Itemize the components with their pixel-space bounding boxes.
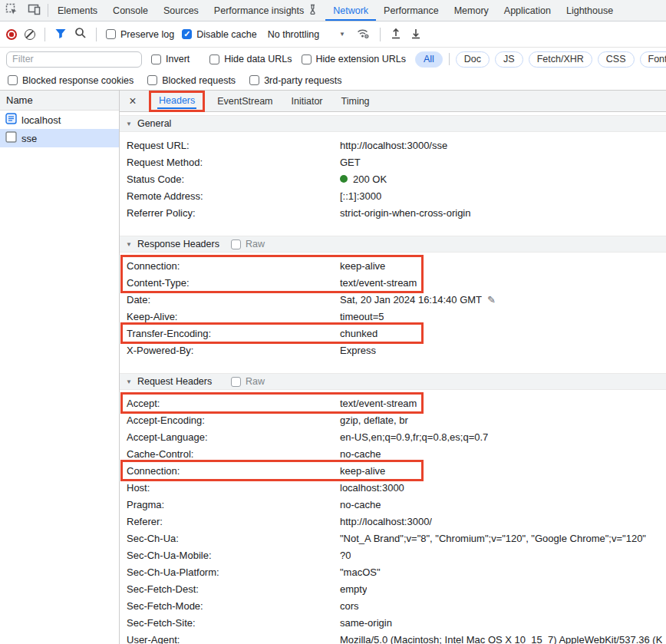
divider	[449, 53, 450, 65]
upload-icon	[390, 31, 402, 42]
header-name: Request URL:	[127, 140, 340, 151]
details-tabbar: × Headers EventStream Initiator Timing	[120, 91, 666, 112]
chip-font[interactable]: Font	[640, 51, 666, 68]
header-name: X-Powered-By:	[127, 345, 340, 356]
tab-lighthouse[interactable]: Lighthouse	[559, 0, 621, 21]
name-column-label: Name	[6, 94, 33, 106]
raw-label: Raw	[246, 239, 265, 249]
request-row-localhost[interactable]: localhost	[0, 111, 119, 129]
chip-js[interactable]: JS	[495, 51, 523, 68]
inspect-element-button[interactable]	[0, 0, 23, 21]
header-value: Mozilla/5.0 (Macintosh; Intel Mac OS X 1…	[340, 634, 662, 644]
header-value: GET	[340, 157, 361, 168]
chevron-down-icon: ▼	[126, 241, 132, 248]
header-name: Keep-Alive:	[127, 311, 340, 322]
blocked-response-cookies-checkbox[interactable]: Blocked response cookies	[8, 75, 134, 86]
header-row: Connection:keep-alive	[120, 257, 666, 274]
response-headers-section-header[interactable]: ▼ Response Headers Raw	[120, 236, 666, 253]
tab-eventstream[interactable]: EventStream	[208, 96, 282, 107]
header-value: no-cache	[340, 499, 381, 510]
header-value: localhost:3000	[340, 482, 404, 494]
header-value: en-US,en;q=0.9,fr;q=0.8,es;q=0.7	[340, 431, 488, 443]
search-icon	[74, 31, 87, 41]
tab-memory[interactable]: Memory	[447, 0, 496, 21]
third-party-requests-checkbox[interactable]: 3rd-party requests	[249, 75, 341, 86]
header-name: Cache-Control:	[127, 448, 340, 460]
throttling-select[interactable]: No throttling ▼	[265, 28, 348, 41]
close-icon: ×	[129, 94, 136, 107]
header-name: Status Code:	[127, 173, 340, 185]
hide-extension-urls-label: Hide extension URLs	[316, 54, 406, 64]
tab-console[interactable]: Console	[105, 0, 156, 21]
header-name: Sec-Ch-Ua:	[127, 533, 340, 544]
filter-toggle-button[interactable]	[54, 28, 67, 41]
request-raw-checkbox[interactable]: Raw	[231, 376, 265, 387]
tab-application[interactable]: Application	[496, 0, 559, 21]
record-button[interactable]	[6, 29, 17, 40]
network-conditions-button[interactable]	[356, 27, 371, 41]
wifi-gear-icon	[356, 31, 371, 41]
search-button[interactable]	[74, 27, 87, 41]
invert-label: Invert	[166, 54, 190, 64]
status-ok-icon	[340, 175, 348, 183]
header-name: Transfer-Encoding:	[127, 328, 340, 339]
header-value: same-origin	[340, 617, 392, 629]
divider	[96, 28, 97, 41]
general-section-header[interactable]: ▼ General	[120, 115, 666, 132]
tab-elements[interactable]: Elements	[50, 0, 105, 21]
clear-requests-button[interactable]	[25, 29, 35, 40]
close-button[interactable]: ×	[120, 94, 146, 108]
blocked-requests-checkbox[interactable]: Blocked requests	[147, 75, 236, 86]
invert-checkbox[interactable]: Invert	[151, 54, 190, 64]
header-name: Sec-Fetch-Mode:	[127, 600, 340, 612]
header-name: Sec-Fetch-Dest:	[127, 583, 340, 595]
chip-css[interactable]: CSS	[598, 51, 635, 68]
tab-network[interactable]: Network	[325, 0, 376, 21]
disable-cache-checkbox[interactable]: Disable cache	[182, 29, 257, 40]
tab-sources[interactable]: Sources	[156, 0, 206, 21]
name-column-header[interactable]: Name	[0, 91, 119, 111]
header-name: Remote Address:	[127, 190, 340, 202]
header-row: Sec-Fetch-Site:same-origin	[120, 614, 666, 631]
hide-data-urls-checkbox[interactable]: Hide data URLs	[209, 54, 292, 64]
header-name: Content-Type:	[127, 277, 340, 289]
header-row: Request URL:http://localhost:3000/sse	[120, 137, 666, 154]
hide-extension-urls-checkbox[interactable]: Hide extension URLs	[302, 54, 406, 64]
tab-headers[interactable]: Headers	[157, 93, 196, 109]
request-headers-title: Request Headers	[137, 376, 212, 387]
header-row: Remote Address:[::1]:3000	[120, 187, 666, 204]
header-row: Accept-Encoding:gzip, deflate, br	[120, 411, 666, 428]
tab-performance-insights[interactable]: Performance insights	[206, 0, 325, 21]
header-row: Connection:keep-alive	[120, 462, 666, 479]
chip-fetch-xhr[interactable]: Fetch/XHR	[529, 51, 592, 68]
export-har-button[interactable]	[410, 27, 422, 42]
tab-initiator[interactable]: Initiator	[282, 96, 332, 107]
header-row: Date:Sat, 20 Jan 2024 16:14:40 GMT✎	[120, 291, 666, 308]
chip-all[interactable]: All	[415, 51, 443, 68]
request-row-sse[interactable]: sse	[0, 129, 119, 147]
tab-performance[interactable]: Performance	[376, 0, 447, 21]
chip-doc[interactable]: Doc	[456, 51, 490, 68]
response-raw-checkbox[interactable]: Raw	[231, 239, 265, 249]
checkbox-icon	[231, 377, 241, 387]
device-toolbar-icon	[28, 2, 41, 18]
edit-pencil-icon[interactable]: ✎	[487, 294, 496, 305]
header-value: http://localhost:3000/	[340, 516, 432, 527]
header-row: Pragma:no-cache	[120, 496, 666, 513]
header-value: Express	[340, 345, 376, 356]
divider	[45, 28, 45, 41]
import-har-button[interactable]	[390, 27, 402, 42]
header-value: cors	[340, 600, 359, 612]
device-toolbar-button[interactable]	[23, 0, 46, 21]
checkbox-icon	[8, 75, 18, 85]
inspect-cursor-icon	[5, 2, 18, 18]
header-value: 200 OK	[340, 173, 387, 185]
filter-bar: Invert Hide data URLs Hide extension URL…	[0, 48, 666, 71]
tab-timing[interactable]: Timing	[332, 96, 379, 107]
tab-label: Elements	[58, 5, 97, 16]
request-headers-section-header[interactable]: ▼ Request Headers Raw	[120, 373, 666, 390]
checkbox-icon	[147, 75, 157, 85]
header-row: Referer:http://localhost:3000/	[120, 513, 666, 530]
filter-input[interactable]	[6, 51, 142, 68]
preserve-log-checkbox[interactable]: Preserve log	[106, 29, 174, 40]
